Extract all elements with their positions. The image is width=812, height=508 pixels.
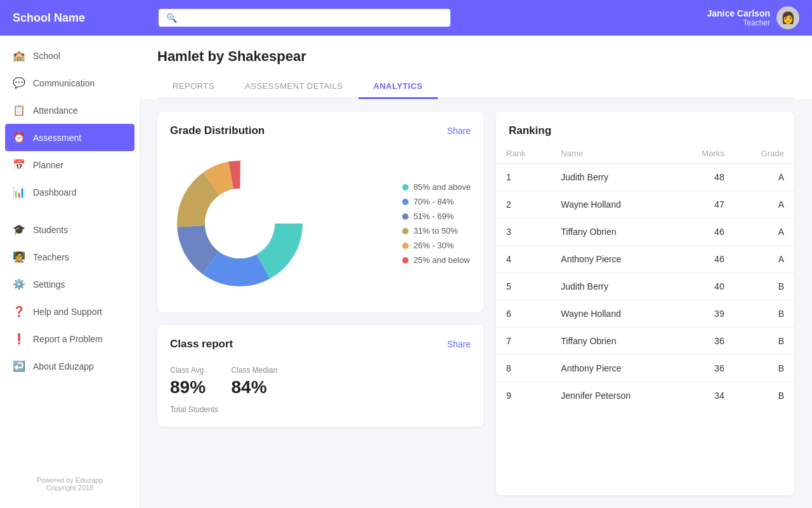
cell-grade: B	[735, 328, 794, 355]
cell-marks: 46	[675, 246, 734, 273]
ranking-table: Rank Name Marks Grade 1 Judith Berry 48 …	[496, 144, 794, 409]
sidebar-item-attendance[interactable]: 📋 Attendance	[0, 97, 140, 124]
cell-grade: A	[735, 191, 794, 218]
sidebar-label-dashboard: Dashboard	[33, 187, 77, 197]
report-problem-icon: ❗	[13, 333, 25, 345]
table-row: 3 Tiffany Obrien 46 A	[496, 218, 794, 246]
sidebar-item-students[interactable]: 🎓 Students	[0, 216, 140, 243]
user-details: Janice Carlson Teacher	[707, 8, 770, 27]
class-report-card: Class report Share Class Avg. 89% Class …	[157, 325, 483, 427]
table-row: 1 Judith Berry 48 A	[496, 164, 794, 191]
legend-label-1: 70% - 84%	[414, 197, 454, 206]
cell-name: Wayne Holland	[551, 191, 675, 218]
sidebar-item-planner[interactable]: 📅 Planner	[0, 151, 140, 178]
sidebar-label-attendance: Attendance	[33, 105, 78, 116]
ranking-header-row: Rank Name Marks Grade	[496, 144, 794, 164]
sidebar-item-report-problem[interactable]: ❗ Report a Problem	[0, 325, 140, 352]
sidebar-item-school[interactable]: 🏫 School	[0, 42, 140, 69]
cell-marks: 40	[675, 273, 734, 300]
planner-icon: 📅	[13, 159, 25, 171]
settings-icon: ⚙️	[13, 278, 25, 290]
tab-analytics[interactable]: ANALYTICS	[358, 75, 438, 99]
sidebar-label-report-problem: Report a Problem	[33, 334, 103, 344]
content-area: Grade Distribution Share	[140, 99, 812, 508]
footer-line2: Copyright 2018	[13, 484, 127, 491]
students-icon: 🎓	[13, 224, 25, 236]
legend-item-2: 51% - 69%	[402, 211, 471, 221]
cell-grade: B	[735, 273, 794, 300]
legend-dot-2	[402, 213, 409, 220]
sidebar-item-teachers[interactable]: 🧑‍🏫 Teachers	[0, 243, 140, 271]
table-row: 6 Wayne Holland 39 B	[496, 300, 794, 328]
cell-marks: 48	[675, 164, 734, 191]
sidebar-divider	[0, 206, 140, 216]
school-icon: 🏫	[13, 50, 25, 62]
user-role: Teacher	[707, 18, 770, 27]
user-name: Janice Carlson	[707, 8, 770, 18]
cell-name: Judith Berry	[551, 273, 675, 300]
cell-marks: 39	[675, 300, 734, 328]
sidebar: 🏫 School 💬 Communication 📋 Attendance ⏰ …	[0, 36, 140, 508]
page-title: Hamlet by Shakespear	[157, 48, 794, 75]
table-row: 9 Jennifer Peterson 34 B	[496, 382, 794, 410]
legend-dot-5	[402, 257, 409, 264]
sidebar-item-help[interactable]: ❓ Help and Support	[0, 298, 140, 325]
legend-dot-0	[402, 184, 409, 190]
cell-grade: B	[735, 355, 794, 382]
table-row: 4 Anthony Pierce 46 A	[496, 246, 794, 273]
attendance-icon: 📋	[13, 104, 25, 116]
legend: 85% and above 70% - 84% 51% - 69%	[402, 182, 471, 265]
left-column: Grade Distribution Share	[157, 112, 483, 495]
cell-name: Tiffany Obrien	[551, 328, 675, 355]
grade-distribution-card: Grade Distribution Share	[157, 112, 483, 312]
col-rank: Rank	[496, 144, 551, 164]
cell-rank: 1	[496, 164, 551, 191]
search-icon: 🔍	[166, 13, 177, 23]
class-median-value: 84%	[231, 377, 277, 398]
cell-grade: B	[735, 382, 794, 410]
donut-svg	[170, 154, 310, 293]
legend-item-3: 31% to 50%	[402, 226, 471, 236]
main-content: Hamlet by Shakespear REPORTS ASSESSMENT …	[140, 36, 812, 508]
grade-distribution-share[interactable]: Share	[447, 126, 471, 136]
sidebar-item-assessment[interactable]: ⏰ Assessment	[5, 124, 134, 151]
class-avg-stat: Class Avg. 89%	[170, 366, 206, 398]
cell-rank: 2	[496, 191, 551, 218]
search-bar[interactable]: 🔍	[159, 9, 450, 27]
tab-assessment-details[interactable]: ASSESSMENT DETAILS	[230, 75, 358, 98]
ranking-title: Ranking	[496, 112, 794, 144]
cell-grade: B	[735, 300, 794, 328]
dashboard-icon: 📊	[13, 186, 25, 198]
cell-marks: 34	[675, 382, 734, 410]
legend-label-3: 31% to 50%	[414, 226, 458, 236]
legend-item-4: 26% - 30%	[402, 241, 471, 250]
footer-line1: Powered by Eduzapp	[13, 476, 127, 484]
sidebar-item-about[interactable]: ↩️ About Eduzapp	[0, 352, 140, 380]
class-median-label: Class Median	[231, 366, 277, 375]
cell-marks: 36	[675, 328, 734, 355]
user-info: Janice Carlson Teacher 👩	[707, 6, 799, 29]
class-report-share[interactable]: Share	[447, 339, 471, 349]
tab-reports[interactable]: REPORTS	[157, 75, 230, 98]
donut-chart	[170, 154, 310, 293]
search-input[interactable]	[182, 13, 443, 23]
col-grade: Grade	[735, 144, 794, 164]
avatar: 👩	[776, 6, 799, 29]
sidebar-label-about: About Eduzapp	[33, 361, 94, 371]
sidebar-item-settings[interactable]: ⚙️ Settings	[0, 271, 140, 298]
cell-name: Jennifer Peterson	[551, 382, 675, 410]
cell-marks: 46	[675, 218, 734, 246]
legend-label-5: 25% and below	[414, 255, 470, 265]
legend-item-0: 85% and above	[402, 182, 471, 192]
stats-row: Class Avg. 89% Class Median 84%	[170, 361, 471, 398]
sidebar-label-school: School	[33, 51, 60, 61]
sidebar-label-students: Students	[33, 225, 68, 235]
chart-area: 85% and above 70% - 84% 51% - 69%	[170, 147, 471, 300]
class-avg-value: 89%	[170, 377, 206, 398]
sidebar-label-planner: Planner	[33, 160, 63, 170]
cell-rank: 6	[496, 300, 551, 328]
sidebar-item-communication[interactable]: 💬 Communication	[0, 69, 140, 97]
sidebar-item-dashboard[interactable]: 📊 Dashboard	[0, 178, 140, 206]
total-students-label: Total Students	[170, 405, 471, 414]
class-report-header: Class report Share	[170, 338, 471, 351]
